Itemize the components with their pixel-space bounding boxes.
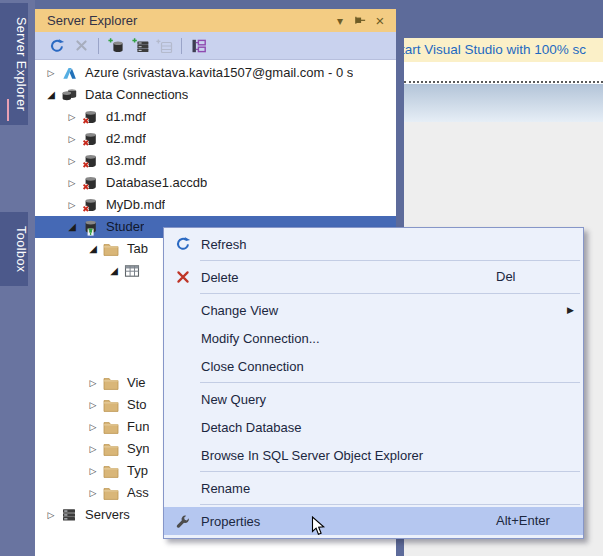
notification-bar: tart Visual Studio with 100% sc	[404, 38, 603, 62]
expand-arrow-icon[interactable]: ▷	[64, 128, 80, 150]
menu-separator	[200, 382, 580, 383]
expand-arrow-icon[interactable]: ▷	[64, 194, 80, 216]
menu-item-shortcut: Alt+Enter	[496, 507, 550, 535]
toolbar-separator	[181, 38, 182, 54]
window-position-icon[interactable]: ▾	[330, 12, 350, 30]
background-toolbar-area	[404, 62, 603, 81]
menu-item-label: New Query	[201, 392, 583, 407]
tree-item-label: Azure (srivastava.kavita1507@gmail.com -…	[79, 62, 353, 84]
menu-item-label: Refresh	[201, 237, 583, 252]
database-error-icon	[80, 131, 100, 148]
folder-icon	[101, 376, 121, 391]
menu-item-shortcut: Del	[496, 263, 516, 291]
sql-object-explorer-button[interactable]	[187, 35, 211, 57]
tree-item-label: Ass	[121, 482, 149, 504]
tree-item-d2-mdf[interactable]: ▷d2.mdf	[35, 128, 396, 150]
connect-database-button[interactable]	[104, 35, 128, 57]
menu-item-detach-database[interactable]: Detach Database	[164, 413, 583, 441]
tree-item-label: d2.mdf	[100, 128, 146, 150]
servers-icon	[59, 507, 79, 523]
menu-item-properties[interactable]: PropertiesAlt+Enter	[164, 507, 583, 535]
expand-arrow-icon[interactable]: ▷	[85, 394, 101, 416]
expand-arrow-icon[interactable]: ▷	[85, 482, 101, 504]
database-error-icon	[80, 197, 100, 214]
menu-item-rename[interactable]: Rename	[164, 474, 583, 502]
menu-separator	[200, 260, 580, 261]
menu-item-label: Modify Connection...	[201, 331, 583, 346]
tree-item-label: Data Connections	[79, 84, 188, 106]
menu-item-label: Delete	[201, 270, 583, 285]
tree-item-azure-srivastava-kavita1507-gmail-com-0-s[interactable]: ▷Azure (srivastava.kavita1507@gmail.com …	[35, 62, 396, 84]
expand-arrow-icon[interactable]: ▷	[43, 62, 59, 84]
collapse-arrow-icon[interactable]: ◢	[64, 216, 80, 238]
tab-accent-mark	[7, 99, 9, 121]
wrench-icon	[164, 514, 201, 529]
tree-item-label: Syn	[121, 438, 149, 460]
menu-item-label: Change View	[201, 303, 583, 318]
menu-item-new-query[interactable]: New Query	[164, 385, 583, 413]
tree-item-label: Database1.accdb	[100, 172, 207, 194]
collapse-arrow-icon[interactable]: ◢	[85, 238, 101, 260]
expand-arrow-icon[interactable]: ▷	[85, 438, 101, 460]
menu-item-label: Close Connection	[201, 359, 583, 374]
close-icon[interactable]: ×	[370, 12, 390, 30]
menu-item-label: Rename	[201, 481, 583, 496]
database-error-icon	[80, 175, 100, 192]
panel-titlebar[interactable]: Server Explorer ▾ ×	[35, 9, 396, 32]
data-connections-icon	[59, 87, 79, 103]
menu-item-refresh[interactable]: Refresh	[164, 230, 583, 258]
menu-item-label: Detach Database	[201, 420, 583, 435]
notification-text: tart Visual Studio with 100% sc	[404, 38, 586, 62]
expand-arrow-icon[interactable]: ▷	[85, 416, 101, 438]
menu-item-browse-in-sql-server-object-explorer[interactable]: Browse In SQL Server Object Explorer	[164, 441, 583, 469]
database-error-icon	[80, 109, 100, 126]
menu-item-close-connection[interactable]: Close Connection	[164, 352, 583, 380]
tree-item-data-connections[interactable]: ◢Data Connections	[35, 84, 396, 106]
folder-icon	[101, 442, 121, 457]
table-icon	[122, 263, 142, 279]
add-connection-button	[152, 35, 176, 57]
menu-item-delete[interactable]: DeleteDel	[164, 263, 583, 291]
sidebar-tab-server-explorer[interactable]: Server Explorer	[0, 3, 28, 125]
connect-server-button[interactable]	[128, 35, 152, 57]
stop-refresh-button	[69, 35, 93, 57]
menu-item-modify-connection[interactable]: Modify Connection...	[164, 324, 583, 352]
database-connected-icon	[80, 219, 100, 236]
menu-item-change-view[interactable]: Change View▶	[164, 296, 583, 324]
expand-arrow-icon[interactable]: ▷	[64, 150, 80, 172]
panel-title: Server Explorer	[47, 13, 330, 28]
refresh-button[interactable]	[45, 35, 69, 57]
tree-item-label: Servers	[79, 504, 130, 526]
menu-item-label: Browse In SQL Server Object Explorer	[201, 448, 583, 463]
tree-item-database1-accdb[interactable]: ▷Database1.accdb	[35, 172, 396, 194]
sidebar-tab-toolbox[interactable]: Toolbox	[0, 212, 28, 286]
menu-separator	[200, 293, 580, 294]
tree-item-label: Vie	[121, 372, 146, 394]
tree-item-mydb-mdf[interactable]: ▷MyDb.mdf	[35, 194, 396, 216]
mouse-cursor-icon	[311, 516, 326, 541]
expand-arrow-icon[interactable]: ▷	[64, 106, 80, 128]
expand-arrow-icon[interactable]: ▷	[43, 504, 59, 526]
folder-icon	[101, 464, 121, 479]
collapse-arrow-icon[interactable]: ◢	[43, 84, 59, 106]
refresh-icon	[164, 236, 201, 252]
expand-arrow-icon[interactable]: ▷	[85, 372, 101, 394]
pin-icon[interactable]	[350, 12, 370, 30]
folder-icon	[101, 486, 121, 501]
toolbar-separator	[98, 38, 99, 54]
tree-item-d1-mdf[interactable]: ▷d1.mdf	[35, 106, 396, 128]
tree-item-label: Tab	[121, 238, 148, 260]
menu-separator	[200, 471, 580, 472]
collapse-arrow-icon[interactable]: ◢	[106, 260, 122, 282]
sidebar-tab-label: Toolbox	[14, 226, 28, 273]
expand-arrow-icon[interactable]: ▷	[85, 460, 101, 482]
submenu-arrow-icon: ▶	[567, 296, 574, 324]
folder-icon	[101, 420, 121, 435]
tree-item-d3-mdf[interactable]: ▷d3.mdf	[35, 150, 396, 172]
context-menu: RefreshDeleteDelChange View▶Modify Conne…	[163, 227, 584, 539]
tree-item-label: d3.mdf	[100, 150, 146, 172]
panel-toolbar	[35, 32, 396, 60]
database-error-icon	[80, 153, 100, 170]
expand-arrow-icon[interactable]: ▷	[64, 172, 80, 194]
tree-item-label: Sto	[121, 394, 147, 416]
